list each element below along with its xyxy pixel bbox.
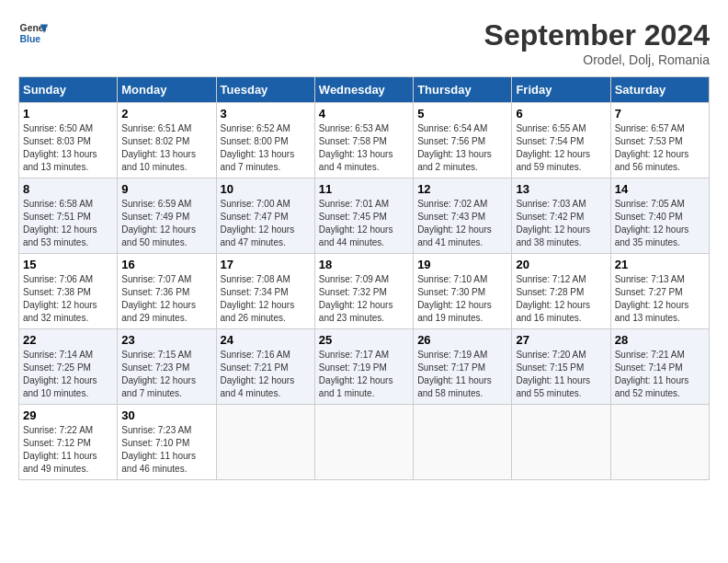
- day-number: 13: [516, 182, 606, 196]
- calendar-cell: 8Sunrise: 6:58 AM Sunset: 7:51 PM Daylig…: [19, 178, 118, 254]
- day-number: 7: [615, 107, 705, 121]
- day-detail: Sunrise: 6:57 AM Sunset: 7:53 PM Dayligh…: [615, 122, 705, 174]
- day-number: 16: [121, 258, 211, 271]
- calendar-cell: 29Sunrise: 7:22 AM Sunset: 7:12 PM Dayli…: [19, 405, 118, 480]
- day-number: 14: [615, 182, 705, 196]
- day-detail: Sunrise: 7:09 AM Sunset: 7:32 PM Dayligh…: [319, 273, 409, 325]
- day-number: 3: [221, 107, 311, 121]
- day-number: 30: [121, 408, 211, 422]
- day-detail: Sunrise: 7:02 AM Sunset: 7:43 PM Dayligh…: [417, 198, 507, 249]
- logo: General Blue: [18, 18, 48, 48]
- day-detail: Sunrise: 7:07 AM Sunset: 7:36 PM Dayligh…: [121, 273, 211, 325]
- col-header-friday: Friday: [512, 77, 610, 103]
- location: Orodel, Dolj, Romania: [484, 52, 710, 67]
- day-detail: Sunrise: 7:13 AM Sunset: 7:27 PM Dayligh…: [615, 273, 705, 325]
- day-number: 9: [121, 182, 211, 196]
- day-number: 10: [221, 182, 311, 196]
- svg-text:Blue: Blue: [20, 34, 41, 44]
- day-number: 25: [319, 333, 409, 347]
- calendar-cell: 4Sunrise: 6:53 AM Sunset: 7:58 PM Daylig…: [314, 103, 413, 178]
- day-detail: Sunrise: 7:20 AM Sunset: 7:15 PM Dayligh…: [516, 349, 606, 400]
- calendar-week-row: 8Sunrise: 6:58 AM Sunset: 7:51 PM Daylig…: [19, 178, 710, 254]
- calendar-cell: 10Sunrise: 7:00 AM Sunset: 7:47 PM Dayli…: [216, 178, 314, 254]
- calendar-cell: [314, 405, 413, 480]
- day-detail: Sunrise: 6:54 AM Sunset: 7:56 PM Dayligh…: [417, 122, 507, 174]
- calendar-cell: 27Sunrise: 7:20 AM Sunset: 7:15 PM Dayli…: [512, 329, 610, 405]
- day-number: 5: [417, 107, 507, 121]
- day-detail: Sunrise: 7:15 AM Sunset: 7:23 PM Dayligh…: [121, 349, 211, 400]
- calendar-week-row: 22Sunrise: 7:14 AM Sunset: 7:25 PM Dayli…: [19, 329, 710, 405]
- calendar-cell: 28Sunrise: 7:21 AM Sunset: 7:14 PM Dayli…: [610, 329, 709, 405]
- col-header-saturday: Saturday: [610, 77, 709, 103]
- day-detail: Sunrise: 7:22 AM Sunset: 7:12 PM Dayligh…: [23, 424, 113, 476]
- calendar-cell: 21Sunrise: 7:13 AM Sunset: 7:27 PM Dayli…: [610, 254, 709, 329]
- calendar-cell: 14Sunrise: 7:05 AM Sunset: 7:40 PM Dayli…: [610, 178, 709, 254]
- calendar-cell: 12Sunrise: 7:02 AM Sunset: 7:43 PM Dayli…: [414, 178, 512, 254]
- day-number: 11: [319, 182, 409, 196]
- day-number: 2: [121, 107, 211, 121]
- calendar-cell: 16Sunrise: 7:07 AM Sunset: 7:36 PM Dayli…: [118, 254, 216, 329]
- day-detail: Sunrise: 7:05 AM Sunset: 7:40 PM Dayligh…: [615, 198, 705, 249]
- calendar-table: SundayMondayTuesdayWednesdayThursdayFrid…: [18, 76, 710, 480]
- calendar-cell: 30Sunrise: 7:23 AM Sunset: 7:10 PM Dayli…: [118, 405, 216, 480]
- day-number: 26: [417, 333, 507, 347]
- calendar-cell: 2Sunrise: 6:51 AM Sunset: 8:02 PM Daylig…: [118, 103, 216, 178]
- day-detail: Sunrise: 6:53 AM Sunset: 7:58 PM Dayligh…: [319, 122, 409, 174]
- calendar-cell: 3Sunrise: 6:52 AM Sunset: 8:00 PM Daylig…: [216, 103, 314, 178]
- day-detail: Sunrise: 7:03 AM Sunset: 7:42 PM Dayligh…: [516, 198, 606, 249]
- calendar-cell: 17Sunrise: 7:08 AM Sunset: 7:34 PM Dayli…: [216, 254, 314, 329]
- calendar-cell: 25Sunrise: 7:17 AM Sunset: 7:19 PM Dayli…: [314, 329, 413, 405]
- day-detail: Sunrise: 6:50 AM Sunset: 8:03 PM Dayligh…: [23, 122, 113, 174]
- day-detail: Sunrise: 7:17 AM Sunset: 7:19 PM Dayligh…: [319, 349, 409, 400]
- day-detail: Sunrise: 7:06 AM Sunset: 7:38 PM Dayligh…: [23, 273, 113, 325]
- col-header-sunday: Sunday: [19, 77, 118, 103]
- day-detail: Sunrise: 7:00 AM Sunset: 7:47 PM Dayligh…: [221, 198, 311, 249]
- day-number: 22: [23, 333, 113, 347]
- day-number: 4: [319, 107, 409, 121]
- day-number: 18: [319, 258, 409, 271]
- calendar-cell: [610, 405, 709, 480]
- day-number: 12: [417, 182, 507, 196]
- day-detail: Sunrise: 7:23 AM Sunset: 7:10 PM Dayligh…: [121, 424, 211, 476]
- day-detail: Sunrise: 6:51 AM Sunset: 8:02 PM Dayligh…: [121, 122, 211, 174]
- day-number: 21: [615, 258, 705, 271]
- day-number: 1: [23, 107, 113, 121]
- calendar-cell: 18Sunrise: 7:09 AM Sunset: 7:32 PM Dayli…: [314, 254, 413, 329]
- day-number: 24: [221, 333, 311, 347]
- day-detail: Sunrise: 7:16 AM Sunset: 7:21 PM Dayligh…: [221, 349, 311, 400]
- calendar-cell: 6Sunrise: 6:55 AM Sunset: 7:54 PM Daylig…: [512, 103, 610, 178]
- day-detail: Sunrise: 7:19 AM Sunset: 7:17 PM Dayligh…: [417, 349, 507, 400]
- day-number: 27: [516, 333, 606, 347]
- calendar-cell: [512, 405, 610, 480]
- day-number: 28: [615, 333, 705, 347]
- title-block: September 2024 Orodel, Dolj, Romania: [484, 18, 710, 67]
- col-header-tuesday: Tuesday: [216, 77, 314, 103]
- day-detail: Sunrise: 6:59 AM Sunset: 7:49 PM Dayligh…: [121, 198, 211, 249]
- calendar-cell: 9Sunrise: 6:59 AM Sunset: 7:49 PM Daylig…: [118, 178, 216, 254]
- col-header-monday: Monday: [118, 77, 216, 103]
- col-header-thursday: Thursday: [414, 77, 512, 103]
- day-detail: Sunrise: 6:55 AM Sunset: 7:54 PM Dayligh…: [516, 122, 606, 174]
- calendar-cell: 26Sunrise: 7:19 AM Sunset: 7:17 PM Dayli…: [414, 329, 512, 405]
- month-title: September 2024: [484, 18, 710, 52]
- page-header: General Blue September 2024 Orodel, Dolj…: [18, 18, 710, 67]
- calendar-cell: 22Sunrise: 7:14 AM Sunset: 7:25 PM Dayli…: [19, 329, 118, 405]
- calendar-header-row: SundayMondayTuesdayWednesdayThursdayFrid…: [19, 77, 710, 103]
- calendar-cell: 19Sunrise: 7:10 AM Sunset: 7:30 PM Dayli…: [414, 254, 512, 329]
- calendar-cell: 7Sunrise: 6:57 AM Sunset: 7:53 PM Daylig…: [610, 103, 709, 178]
- calendar-cell: 24Sunrise: 7:16 AM Sunset: 7:21 PM Dayli…: [216, 329, 314, 405]
- calendar-cell: 1Sunrise: 6:50 AM Sunset: 8:03 PM Daylig…: [19, 103, 118, 178]
- day-number: 23: [121, 333, 211, 347]
- calendar-cell: 5Sunrise: 6:54 AM Sunset: 7:56 PM Daylig…: [414, 103, 512, 178]
- calendar-cell: [414, 405, 512, 480]
- calendar-week-row: 15Sunrise: 7:06 AM Sunset: 7:38 PM Dayli…: [19, 254, 710, 329]
- day-number: 17: [221, 258, 311, 271]
- calendar-week-row: 29Sunrise: 7:22 AM Sunset: 7:12 PM Dayli…: [19, 405, 710, 480]
- day-detail: Sunrise: 7:21 AM Sunset: 7:14 PM Dayligh…: [615, 349, 705, 400]
- calendar-week-row: 1Sunrise: 6:50 AM Sunset: 8:03 PM Daylig…: [19, 103, 710, 178]
- calendar-cell: 23Sunrise: 7:15 AM Sunset: 7:23 PM Dayli…: [118, 329, 216, 405]
- col-header-wednesday: Wednesday: [314, 77, 413, 103]
- day-number: 15: [23, 258, 113, 271]
- day-detail: Sunrise: 7:08 AM Sunset: 7:34 PM Dayligh…: [221, 273, 311, 325]
- calendar-cell: 11Sunrise: 7:01 AM Sunset: 7:45 PM Dayli…: [314, 178, 413, 254]
